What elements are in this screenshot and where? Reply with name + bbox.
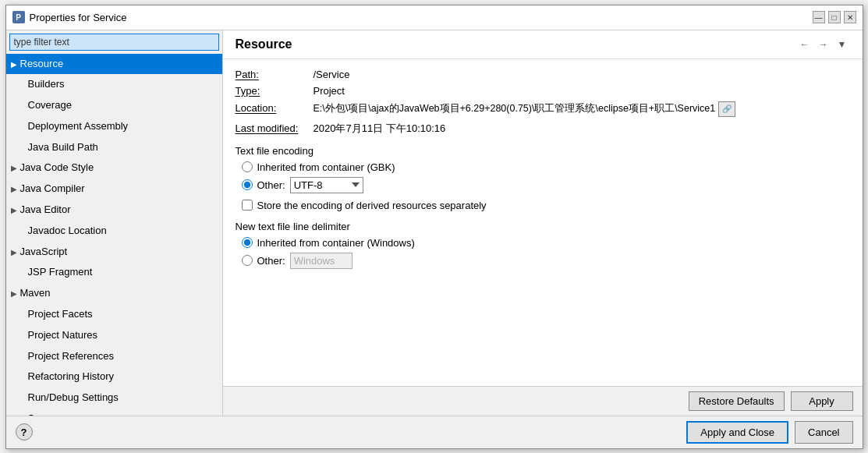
- footer-actions: Apply and Close Cancel: [686, 421, 852, 444]
- expand-arrow: ▶: [11, 183, 20, 196]
- sidebar-item-deployment-assembly[interactable]: Deployment Assembly: [6, 116, 222, 137]
- title-bar: P Properties for Service — □ ✕: [6, 5, 863, 30]
- line-delimiter-section-title: New text file line delimiter: [236, 221, 850, 232]
- bottom-panel: Restore Defaults Apply: [223, 386, 863, 416]
- sidebar-list: ▶ Resource Builders Coverage Deployment …: [6, 54, 222, 416]
- dialog-icon: P: [12, 11, 25, 23]
- sidebar-item-java-code-style[interactable]: ▶ Java Code Style: [6, 157, 222, 179]
- line-inherited-radio[interactable]: [242, 237, 253, 248]
- restore-defaults-button[interactable]: Restore Defaults: [689, 391, 785, 411]
- apply-button[interactable]: Apply: [791, 391, 853, 411]
- help-button[interactable]: ?: [16, 423, 33, 441]
- maximize-button[interactable]: □: [828, 11, 841, 23]
- encoding-radio-group: Inherited from container (GBK) Other: UT…: [242, 161, 850, 193]
- sidebar-item-run-debug-settings[interactable]: Run/Debug Settings: [6, 388, 222, 409]
- panel-title: Resource: [236, 37, 292, 51]
- nav-menu-button[interactable]: ▼: [834, 37, 850, 52]
- nav-controls: ← → ▼: [797, 37, 850, 52]
- location-label: Location:: [236, 102, 314, 114]
- minimize-button[interactable]: —: [813, 11, 825, 23]
- properties-dialog: P Properties for Service — □ ✕ ▶ Resourc…: [5, 5, 863, 449]
- last-modified-label: Last modified:: [236, 122, 314, 134]
- sidebar-item-refactoring-history[interactable]: Refactoring History: [6, 366, 222, 388]
- encoding-inherited-radio[interactable]: [242, 161, 253, 172]
- expand-arrow: ▶: [11, 288, 20, 300]
- sidebar-item-coverage[interactable]: Coverage: [6, 95, 222, 116]
- location-row: Location: E:\外包\项目\ajax的JavaWeb项目+6.29+2…: [236, 101, 850, 117]
- store-encoding-label: Store the encoding of derived resources …: [257, 200, 487, 211]
- line-other-label: Other:: [257, 255, 285, 267]
- line-delimiter-select[interactable]: Windows Unix Mac: [290, 253, 353, 269]
- encoding-inherited-label: Inherited from container (GBK): [257, 161, 395, 173]
- sidebar-item-java-build-path[interactable]: Java Build Path: [6, 137, 222, 158]
- path-label: Path:: [236, 69, 314, 80]
- sidebar-item-project-facets[interactable]: Project Facets: [6, 304, 222, 325]
- line-inherited-row: Inherited from container (Windows): [242, 237, 850, 249]
- expand-arrow: ▶: [11, 58, 20, 71]
- sidebar-item-javadoc-location[interactable]: Javadoc Location: [6, 221, 222, 242]
- type-label: Type:: [236, 85, 314, 97]
- last-modified-row: Last modified: 2020年7月11日 下午10:10:16: [236, 122, 850, 136]
- cancel-button[interactable]: Cancel: [795, 421, 852, 444]
- last-modified-value: 2020年7月11日 下午10:10:16: [314, 122, 446, 136]
- expand-arrow: ▶: [11, 204, 20, 217]
- main-content: ▶ Resource Builders Coverage Deployment …: [6, 30, 863, 416]
- filter-input[interactable]: [9, 34, 219, 51]
- line-other-radio[interactable]: [242, 255, 253, 266]
- sidebar-item-java-compiler[interactable]: ▶ Java Compiler: [6, 179, 222, 200]
- encoding-other-label: Other:: [257, 179, 285, 191]
- encoding-other-radio[interactable]: [242, 179, 253, 190]
- location-value-container: E:\外包\项目\ajax的JavaWeb项目+6.29+280(0.75)\职…: [314, 101, 736, 117]
- store-encoding-row: Store the encoding of derived resources …: [242, 200, 850, 211]
- line-delimiter-radio-group: Inherited from container (Windows) Other…: [242, 237, 850, 269]
- location-value: E:\外包\项目\ajax的JavaWeb项目+6.29+280(0.75)\职…: [314, 102, 716, 115]
- sidebar-item-resource[interactable]: ▶ Resource: [6, 54, 222, 75]
- path-row: Path: /Service: [236, 69, 850, 80]
- encoding-select[interactable]: UTF-8 GBK ISO-8859-1 UTF-16: [290, 177, 363, 193]
- path-value: /Service: [314, 69, 350, 80]
- sidebar-item-project-natures[interactable]: Project Natures: [6, 325, 222, 346]
- close-button[interactable]: ✕: [844, 11, 856, 23]
- store-encoding-checkbox[interactable]: [242, 200, 253, 211]
- expand-arrow: ▶: [11, 162, 20, 175]
- type-value: Project: [314, 85, 345, 97]
- line-other-row: Other: Windows Unix Mac: [242, 253, 850, 269]
- expand-arrow: ▶: [11, 246, 20, 259]
- window-controls: — □ ✕: [813, 11, 856, 23]
- sidebar-item-java-editor[interactable]: ▶ Java Editor: [6, 200, 222, 221]
- location-browse-button[interactable]: 🔗: [718, 101, 735, 117]
- footer-bar: ? Apply and Close Cancel: [6, 416, 863, 448]
- sidebar-item-javascript[interactable]: ▶ JavaScript: [6, 242, 222, 263]
- apply-and-close-button[interactable]: Apply and Close: [686, 421, 788, 444]
- back-button[interactable]: ←: [797, 37, 813, 52]
- sidebar-item-project-references[interactable]: Project References: [6, 346, 222, 367]
- encoding-section-title: Text file encoding: [236, 145, 850, 157]
- dialog-title: Properties for Service: [30, 12, 813, 23]
- content-header: Resource ← → ▼: [223, 30, 863, 59]
- sidebar-item-jsp-fragment[interactable]: JSP Fragment: [6, 262, 222, 283]
- content-panel: Resource ← → ▼ Path: /Service Type: Proj…: [223, 30, 863, 416]
- sidebar-item-builders[interactable]: Builders: [6, 74, 222, 95]
- content-body: Path: /Service Type: Project Location: E…: [223, 59, 863, 386]
- sidebar-item-maven[interactable]: ▶ Maven: [6, 283, 222, 304]
- forward-button[interactable]: →: [816, 37, 831, 52]
- type-row: Type: Project: [236, 85, 850, 97]
- sidebar: ▶ Resource Builders Coverage Deployment …: [6, 30, 223, 416]
- sidebar-item-server[interactable]: Server: [6, 409, 222, 415]
- encoding-inherited-row: Inherited from container (GBK): [242, 161, 850, 173]
- line-inherited-label: Inherited from container (Windows): [257, 237, 415, 249]
- encoding-other-row: Other: UTF-8 GBK ISO-8859-1 UTF-16: [242, 177, 850, 193]
